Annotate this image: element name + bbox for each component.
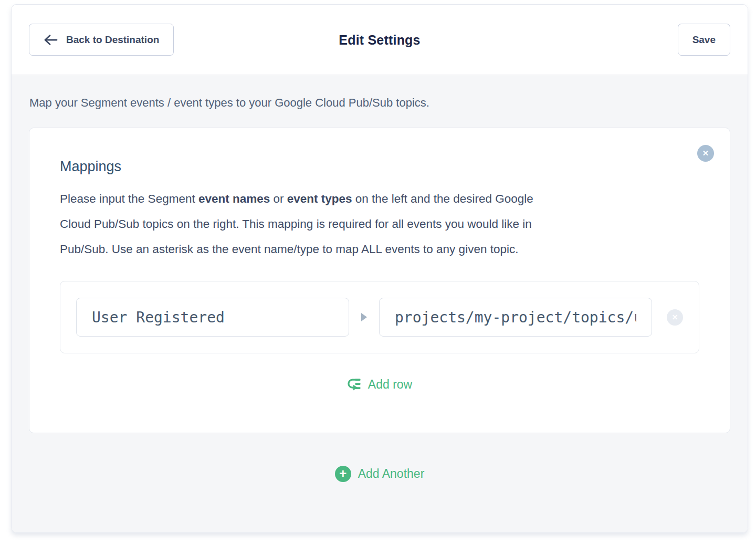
header: Back to Destination Edit Settings Save — [12, 5, 748, 75]
description-line: Pub/Sub. Use an asterisk as the event na… — [60, 237, 699, 262]
arrow-right-icon — [361, 313, 367, 321]
close-icon: ✕ — [672, 313, 678, 321]
save-button[interactable]: Save — [678, 24, 730, 56]
back-button[interactable]: Back to Destination — [29, 24, 174, 56]
settings-body: Map your Segment events / event types to… — [12, 75, 748, 532]
add-row-button[interactable]: Add row — [347, 378, 412, 392]
mappings-title: Mappings — [60, 159, 699, 175]
mappings-card: ✕ Mappings Please input the Segment even… — [29, 128, 730, 433]
add-row-container: Add row — [60, 378, 699, 394]
arrow-left-icon — [44, 34, 58, 46]
add-row-icon — [347, 378, 361, 392]
page-title: Edit Settings — [339, 32, 420, 47]
settings-panel: Back to Destination Edit Settings Save M… — [11, 4, 748, 533]
delete-row-button[interactable]: ✕ — [667, 309, 683, 326]
close-card-button[interactable]: ✕ — [697, 145, 714, 162]
add-another-button[interactable]: + Add Another — [335, 466, 425, 482]
description-line: Cloud Pub/Sub topics on the right. This … — [60, 212, 699, 237]
event-name-input[interactable] — [76, 298, 349, 337]
close-icon: ✕ — [702, 149, 709, 158]
add-row-label: Add row — [368, 378, 412, 392]
description-line: Please input the Segment event names or … — [60, 186, 699, 212]
plus-icon: + — [335, 466, 351, 482]
add-another-container: + Add Another — [29, 466, 730, 482]
intro-text: Map your Segment events / event types to… — [29, 96, 730, 110]
mappings-description: Please input the Segment event names or … — [60, 186, 699, 262]
topic-input[interactable] — [379, 298, 652, 337]
mapping-row: ✕ — [60, 281, 699, 353]
back-button-label: Back to Destination — [66, 34, 159, 46]
add-another-label: Add Another — [358, 467, 425, 481]
